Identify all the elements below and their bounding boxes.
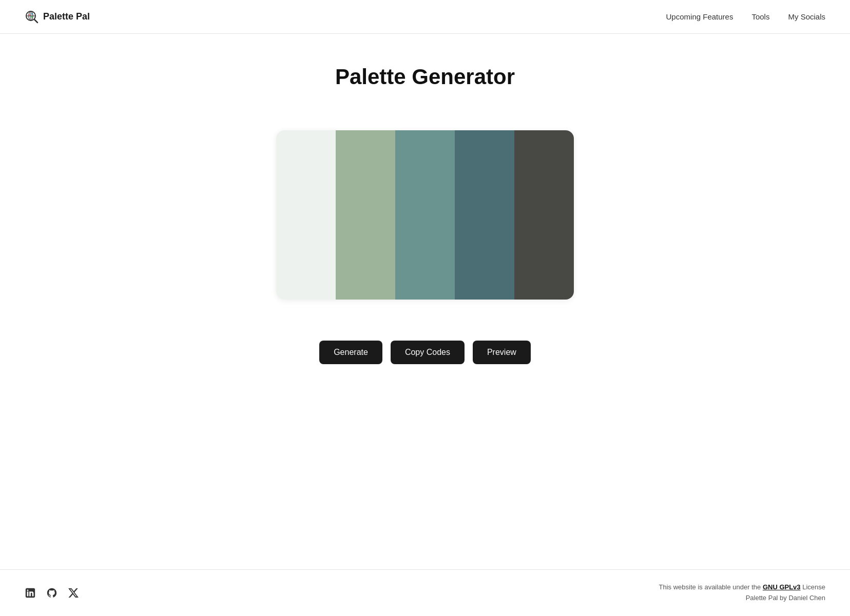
preview-button[interactable]: Preview — [473, 341, 531, 364]
credit-text: Palette Pal by Daniel Chen — [746, 594, 825, 602]
svg-point-10 — [27, 590, 29, 591]
x-twitter-icon[interactable] — [68, 587, 79, 599]
generate-button[interactable]: Generate — [319, 341, 382, 364]
footer-license: This website is available under the GNU … — [659, 582, 825, 604]
nav-link-socials[interactable]: My Socials — [788, 12, 825, 21]
navbar: Palette Pal Upcoming Features Tools My S… — [0, 0, 850, 34]
palette-swatch-3 — [395, 130, 455, 300]
nav-link-tools[interactable]: Tools — [751, 12, 769, 21]
nav-link-upcoming[interactable]: Upcoming Features — [666, 12, 733, 21]
logo-icon — [25, 10, 39, 24]
palette-card — [276, 130, 574, 300]
page-title: Palette Generator — [335, 65, 515, 89]
svg-rect-9 — [27, 591, 29, 596]
nav-links: Upcoming Features Tools My Socials — [666, 12, 825, 22]
linkedin-icon[interactable] — [25, 587, 36, 599]
palette-swatch-1 — [276, 130, 336, 300]
svg-point-4 — [29, 14, 30, 15]
license-link[interactable]: GNU GPLv3 — [763, 583, 801, 591]
logo-text: Palette Pal — [43, 11, 90, 22]
license-text: This website is available under the — [659, 583, 763, 591]
svg-point-6 — [31, 16, 33, 17]
license-suffix: License — [801, 583, 825, 591]
button-row: Generate Copy Codes Preview — [319, 341, 531, 364]
copy-codes-button[interactable]: Copy Codes — [391, 341, 465, 364]
footer-socials — [25, 587, 79, 599]
main-content: Palette Generator Generate Copy Codes Pr… — [0, 34, 850, 569]
footer: This website is available under the GNU … — [0, 569, 850, 616]
nav-item-socials[interactable]: My Socials — [788, 12, 825, 22]
palette-swatch-4 — [455, 130, 514, 300]
svg-line-7 — [34, 19, 37, 23]
palette-swatch-2 — [336, 130, 395, 300]
logo-link[interactable]: Palette Pal — [25, 10, 90, 24]
github-icon[interactable] — [46, 587, 57, 599]
palette-swatch-5 — [514, 130, 574, 300]
svg-point-5 — [31, 13, 33, 14]
nav-item-upcoming[interactable]: Upcoming Features — [666, 12, 733, 22]
nav-item-tools[interactable]: Tools — [751, 12, 769, 22]
